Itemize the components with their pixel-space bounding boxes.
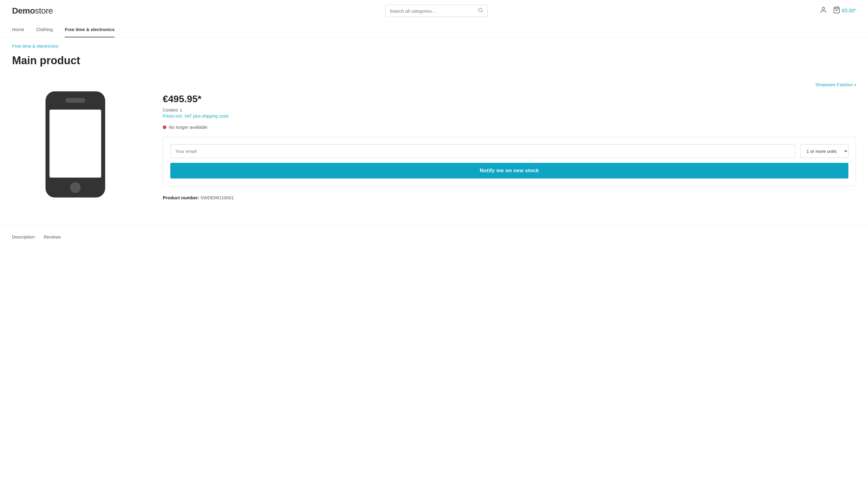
units-select[interactable]: 1 or more units 2 or more units 3 or mor… xyxy=(800,144,848,158)
product-number-row: Product number: SWDEMO10001 xyxy=(163,195,856,200)
nav-item-free-time[interactable]: Free time & electronics xyxy=(65,22,115,37)
header-right: €0.00* xyxy=(820,6,856,16)
cart-amount: €0.00* xyxy=(842,8,856,13)
tab-description[interactable]: Description xyxy=(12,234,35,241)
availability-row: No longer available xyxy=(163,124,856,130)
cart-icon xyxy=(833,6,840,16)
svg-rect-5 xyxy=(50,110,101,178)
vat-link[interactable]: Prices incl. VAT plus shipping costs xyxy=(163,114,856,119)
search-bar[interactable] xyxy=(385,5,488,17)
availability-dot xyxy=(163,125,166,129)
search-input[interactable] xyxy=(390,8,475,13)
product-image-container xyxy=(12,76,138,213)
notify-box: 1 or more units 2 or more units 3 or mor… xyxy=(163,137,856,186)
bottom-tabs: Description Reviews xyxy=(0,225,868,244)
product-layout: Shopware Fashion › €495.95* Content: 1 P… xyxy=(12,76,856,213)
notify-button[interactable]: Notify me on new stock xyxy=(170,163,848,179)
product-title: Main product xyxy=(12,54,856,67)
notify-inputs: 1 or more units 2 or more units 3 or mor… xyxy=(170,144,848,158)
availability-text: No longer available xyxy=(169,124,207,130)
logo[interactable]: Demostore xyxy=(12,6,53,16)
email-field[interactable] xyxy=(170,144,795,158)
search-icon xyxy=(478,7,483,14)
logo-bold: Demo xyxy=(12,6,35,16)
main-content: Main product Shopware Fashion › €495.95* xyxy=(0,51,868,225)
nav-item-clothing[interactable]: Clothing xyxy=(36,22,53,37)
product-number-label: Product number: xyxy=(163,195,199,200)
user-icon[interactable] xyxy=(820,6,827,16)
manufacturer-link[interactable]: Shopware Fashion xyxy=(815,82,853,87)
cart-wrapper[interactable]: €0.00* xyxy=(833,6,856,16)
tab-reviews[interactable]: Reviews xyxy=(44,234,61,241)
product-image xyxy=(42,88,108,201)
svg-rect-6 xyxy=(65,98,85,102)
product-price: €495.95* xyxy=(163,93,856,105)
product-details: Shopware Fashion › €495.95* Content: 1 P… xyxy=(163,76,856,200)
product-content: Content: 1 xyxy=(163,108,856,113)
manufacturer-arrow: › xyxy=(855,82,856,87)
product-number-value: SWDEMO10001 xyxy=(200,195,234,200)
breadcrumb: Free time & electronics xyxy=(0,37,868,51)
svg-point-7 xyxy=(70,182,81,193)
navigation: Home Clothing Free time & electronics xyxy=(0,22,868,37)
logo-light: store xyxy=(35,6,53,16)
header: Demostore €0.00* xyxy=(0,0,868,22)
manufacturer-link-container: Shopware Fashion › xyxy=(163,82,856,87)
breadcrumb-link[interactable]: Free time & electronics xyxy=(12,43,58,49)
svg-point-2 xyxy=(822,7,825,10)
svg-line-1 xyxy=(481,11,482,12)
nav-item-home[interactable]: Home xyxy=(12,22,24,37)
